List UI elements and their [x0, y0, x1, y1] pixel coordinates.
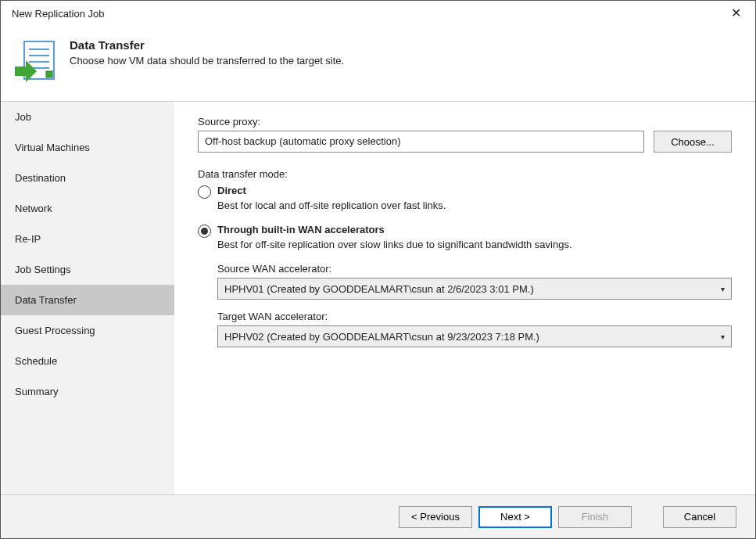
transfer-mode-label: Data transfer mode: — [198, 168, 732, 180]
titlebar: New Replication Job ✕ — [1, 1, 755, 26]
sidebar: Job Virtual Machines Destination Network… — [1, 102, 174, 494]
sidebar-item-job[interactable]: Job — [1, 102, 174, 132]
source-wan-label: Source WAN accelerator: — [217, 263, 732, 275]
sidebar-item-summary[interactable]: Summary — [1, 376, 174, 407]
sidebar-item-schedule[interactable]: Schedule — [1, 346, 174, 376]
content-area: Job Virtual Machines Destination Network… — [1, 101, 755, 494]
choose-button[interactable]: Choose... — [654, 131, 732, 153]
radio-wan-title: Through built-in WAN accelerators — [217, 224, 732, 235]
radio-wan-body: Through built-in WAN accelerators Best f… — [217, 224, 732, 258]
radio-direct-icon[interactable] — [198, 185, 211, 199]
source-wan-dropdown[interactable]: HPHV01 (Created by GOODDEALMART\csun at … — [217, 278, 732, 300]
source-wan-group: Source WAN accelerator: HPHV01 (Created … — [217, 263, 732, 300]
finish-button: Finish — [558, 506, 632, 528]
radio-wan-desc: Best for off-site replication over slow … — [217, 239, 732, 250]
main-panel: Source proxy: Off-host backup (automatic… — [174, 102, 755, 494]
previous-button[interactable]: < Previous — [399, 506, 472, 528]
footer: < Previous Next > Finish Cancel — [1, 494, 755, 538]
radio-direct-desc: Best for local and off-site replication … — [217, 199, 732, 211]
header-text: Data Transfer Choose how VM data should … — [70, 38, 344, 66]
sidebar-item-job-settings[interactable]: Job Settings — [1, 254, 174, 285]
target-wan-dropdown[interactable]: HPHV02 (Created by GOODDEALMART\csun at … — [217, 325, 732, 347]
chevron-down-icon: ▾ — [721, 332, 725, 341]
sidebar-item-virtual-machines[interactable]: Virtual Machines — [1, 132, 174, 163]
source-wan-value: HPHV01 (Created by GOODDEALMART\csun at … — [224, 283, 534, 295]
radio-option-direct[interactable]: Direct Best for local and off-site repli… — [198, 185, 732, 219]
data-transfer-icon — [13, 38, 57, 82]
sidebar-item-network[interactable]: Network — [1, 193, 174, 224]
cancel-button[interactable]: Cancel — [663, 506, 736, 528]
radio-option-wan[interactable]: Through built-in WAN accelerators Best f… — [198, 224, 732, 258]
radio-direct-title: Direct — [217, 185, 732, 196]
source-proxy-input[interactable]: Off-host backup (automatic proxy selecti… — [198, 131, 644, 153]
sidebar-item-re-ip[interactable]: Re-IP — [1, 224, 174, 254]
dialog-window: New Replication Job ✕ Data Transfer Choo… — [0, 0, 756, 539]
target-wan-value: HPHV02 (Created by GOODDEALMART\csun at … — [224, 331, 539, 343]
close-icon[interactable]: ✕ — [725, 4, 747, 23]
next-button[interactable]: Next > — [478, 506, 552, 528]
target-wan-label: Target WAN accelerator: — [217, 311, 732, 322]
svg-rect-5 — [46, 71, 52, 77]
radio-wan-icon[interactable] — [198, 225, 211, 238]
source-proxy-label: Source proxy: — [198, 116, 732, 128]
source-proxy-group: Source proxy: Off-host backup (automatic… — [198, 116, 732, 153]
transfer-mode-group: Data transfer mode: Direct Best for loca… — [198, 168, 732, 347]
sidebar-item-data-transfer[interactable]: Data Transfer — [1, 285, 174, 315]
header-title: Data Transfer — [70, 38, 344, 52]
sidebar-item-guest-processing[interactable]: Guest Processing — [1, 315, 174, 346]
header: Data Transfer Choose how VM data should … — [1, 26, 755, 101]
sidebar-item-destination[interactable]: Destination — [1, 163, 174, 193]
chevron-down-icon: ▾ — [721, 285, 725, 293]
window-title: New Replication Job — [12, 8, 105, 20]
radio-direct-body: Direct Best for local and off-site repli… — [217, 185, 732, 219]
radio-group: Direct Best for local and off-site repli… — [198, 185, 732, 258]
header-subtitle: Choose how VM data should be transferred… — [70, 55, 344, 66]
target-wan-group: Target WAN accelerator: HPHV02 (Created … — [217, 311, 732, 347]
